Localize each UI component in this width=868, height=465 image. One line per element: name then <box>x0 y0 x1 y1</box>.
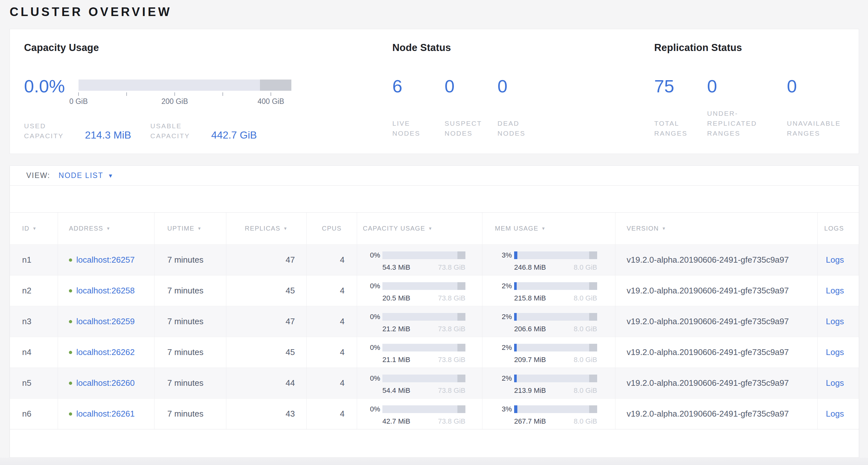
node-mem-usage-cell: 2% 206.6 MiB 8.0 GiB <box>483 306 615 337</box>
page-title: CLUSTER OVERVIEW <box>10 5 172 19</box>
suspect-nodes-label: SUSPECT NODES <box>444 118 482 138</box>
gauge-tick <box>222 92 223 96</box>
mem-bar <box>514 375 597 382</box>
node-address-link[interactable]: localhost:26258 <box>76 286 135 296</box>
node-address-cell: localhost:26259 <box>58 306 155 337</box>
node-mem-usage-cell: 2% 215.8 MiB 8.0 GiB <box>483 275 615 306</box>
capacity-usage-title: Capacity Usage <box>24 42 99 54</box>
mem-used-value: 267.7 MiB <box>514 417 546 426</box>
mem-bar-reserved-segment <box>589 375 597 382</box>
sort-caret-icon: ▼ <box>283 226 288 231</box>
capacity-total-value: 73.8 GiB <box>438 263 465 272</box>
column-header-id[interactable]: ID▼ <box>10 213 58 244</box>
node-cpus-cell: 4 <box>307 244 357 275</box>
node-logs-cell: Logs <box>818 306 859 337</box>
capacity-bar <box>382 282 465 290</box>
capacity-percent: 0% <box>364 344 380 352</box>
mem-total-value: 8.0 GiB <box>574 325 597 333</box>
total-ranges-stat: 75 TOTAL RANGES <box>654 77 707 138</box>
view-mode-selected: NODE LIST <box>59 171 103 180</box>
node-logs-link[interactable]: Logs <box>826 347 844 357</box>
mem-bar-fill <box>514 375 517 382</box>
node-capacity-usage-cell: 0% 42.7 MiB 73.8 GiB <box>357 398 483 429</box>
node-address-link[interactable]: localhost:26259 <box>76 317 135 326</box>
sort-caret-icon: ▼ <box>428 226 433 231</box>
mem-total-value: 8.0 GiB <box>574 263 597 272</box>
node-version-cell: v19.2.0-alpha.20190606-2491-gfe735c9a97 <box>615 398 818 429</box>
node-logs-link[interactable]: Logs <box>826 286 844 296</box>
unavailable-ranges-label: UNAVAILABLE RANGES <box>787 118 841 138</box>
node-address-cell: localhost:26258 <box>58 275 155 306</box>
column-header-version[interactable]: VERSION▼ <box>615 213 818 244</box>
column-header-address[interactable]: ADDRESS▼ <box>58 213 155 244</box>
node-replicas-cell: 45 <box>226 275 307 306</box>
mem-percent: 3% <box>495 405 512 413</box>
node-uptime-cell: 7 minutes <box>155 275 226 306</box>
node-logs-link[interactable]: Logs <box>826 378 844 388</box>
dead-nodes-label: DEAD NODES <box>497 118 525 138</box>
used-capacity-label: USED CAPACITY <box>24 121 74 141</box>
node-live-status-icon <box>69 259 72 262</box>
node-logs-cell: Logs <box>818 244 859 275</box>
total-ranges-label: TOTAL RANGES <box>654 118 687 138</box>
node-version-cell: v19.2.0-alpha.20190606-2491-gfe735c9a97 <box>615 306 818 337</box>
mem-bar <box>514 252 597 259</box>
node-version-cell: v19.2.0-alpha.20190606-2491-gfe735c9a97 <box>615 337 818 368</box>
capacity-used-value: 21.1 MiB <box>382 356 410 364</box>
mem-used-value: 213.9 MiB <box>514 386 546 395</box>
view-mode-dropdown[interactable]: NODE LIST ▼ <box>59 171 114 180</box>
node-address-link[interactable]: localhost:26262 <box>76 347 135 357</box>
column-header-logs: LOGS <box>818 213 859 244</box>
node-version-cell: v19.2.0-alpha.20190606-2491-gfe735c9a97 <box>615 275 818 306</box>
node-address-link[interactable]: localhost:26257 <box>76 255 135 265</box>
used-capacity-value: 214.3 MiB <box>85 129 131 141</box>
node-id-cell: n3 <box>10 306 58 337</box>
capacity-bar-reserved-segment <box>457 282 465 290</box>
node-logs-cell: Logs <box>818 275 859 306</box>
node-address-cell: localhost:26261 <box>58 398 155 429</box>
node-address-cell: localhost:26257 <box>58 244 155 275</box>
node-replicas-cell: 45 <box>226 337 307 368</box>
mem-bar-fill <box>514 405 517 413</box>
node-live-status-icon <box>69 412 72 416</box>
capacity-bar-reserved-segment <box>457 405 465 413</box>
mem-bar <box>514 405 597 413</box>
capacity-total-value: 73.8 GiB <box>438 356 465 364</box>
node-logs-cell: Logs <box>818 398 859 429</box>
unavailable-ranges-count: 0 <box>787 77 858 96</box>
column-header-uptime[interactable]: UPTIME▼ <box>155 213 226 244</box>
mem-percent: 3% <box>495 251 512 259</box>
capacity-used-value: 21.2 MiB <box>382 325 410 333</box>
node-cpus-cell: 4 <box>307 398 357 429</box>
node-replicas-cell: 47 <box>226 244 307 275</box>
node-address-link[interactable]: localhost:26260 <box>76 378 135 388</box>
node-logs-link[interactable]: Logs <box>826 409 844 419</box>
mem-used-value: 246.8 MiB <box>514 263 546 272</box>
node-id-cell: n5 <box>10 368 58 398</box>
mem-total-value: 8.0 GiB <box>574 294 597 302</box>
node-live-status-icon <box>69 320 72 323</box>
sort-caret-icon: ▼ <box>541 226 546 231</box>
mem-total-value: 8.0 GiB <box>574 386 597 395</box>
mem-bar-fill <box>514 252 517 259</box>
node-mem-usage-cell: 2% 213.9 MiB 8.0 GiB <box>483 368 615 398</box>
suspect-nodes-stat: 0 SUSPECT NODES <box>444 77 497 138</box>
column-header-cpus: CPUS <box>307 213 357 244</box>
capacity-bar-reserved-segment <box>457 252 465 259</box>
node-address-link[interactable]: localhost:26261 <box>76 409 135 419</box>
node-logs-link[interactable]: Logs <box>826 255 844 265</box>
column-header-capacity-usage[interactable]: CAPACITY USAGE▼ <box>357 213 483 244</box>
column-header-replicas[interactable]: REPLICAS▼ <box>226 213 307 244</box>
gauge-tick-label: 200 GiB <box>161 97 188 106</box>
mem-bar-fill <box>514 282 517 290</box>
capacity-used-value: 20.5 MiB <box>382 294 410 302</box>
column-header-mem-usage[interactable]: MEM USAGE▼ <box>483 213 615 244</box>
mem-bar-reserved-segment <box>589 344 597 351</box>
capacity-used-percent: 0.0% <box>24 77 65 96</box>
usable-capacity-value: 442.7 GiB <box>211 129 257 141</box>
node-logs-link[interactable]: Logs <box>826 317 844 326</box>
suspect-nodes-count: 0 <box>444 77 497 96</box>
capacity-bar <box>382 252 465 259</box>
node-capacity-usage-cell: 0% 54.4 MiB 73.8 GiB <box>357 368 483 398</box>
capacity-used-value: 54.4 MiB <box>382 386 410 395</box>
